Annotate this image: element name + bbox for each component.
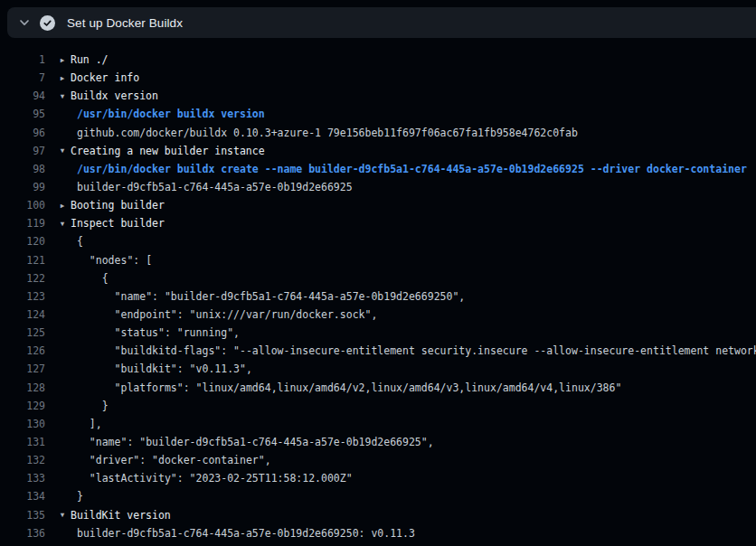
command-text: /usr/bin/docker buildx version xyxy=(77,108,265,120)
line-number[interactable]: 127 xyxy=(0,362,45,375)
line-number[interactable]: 121 xyxy=(0,254,45,267)
log-line: 133 "lastActivity": "2023-02-25T11:58:12… xyxy=(0,469,756,487)
log-line: 134} xyxy=(0,487,756,505)
line-number[interactable]: 136 xyxy=(0,527,45,540)
log-line: 132 "driver": "docker-container", xyxy=(0,451,756,469)
log-line: 125 "status": "running", xyxy=(0,324,756,342)
line-number[interactable]: 97 xyxy=(0,145,45,157)
output-text: "status": "running", xyxy=(77,326,240,339)
log-line: 123 "name": "builder-d9cfb5a1-c764-445a-… xyxy=(0,287,756,306)
group-title: Inspect builder xyxy=(71,217,165,230)
output-text: "name": "builder-d9cfb5a1-c764-445a-a57e… xyxy=(77,436,434,448)
log-group-row[interactable]: 119▼Inspect builder xyxy=(0,214,756,232)
line-number[interactable]: 134 xyxy=(0,490,45,503)
line-number[interactable]: 126 xyxy=(0,344,45,357)
line-number[interactable]: 132 xyxy=(0,454,45,466)
check-circle-icon xyxy=(40,15,55,31)
log-line: 96github.com/docker/buildx 0.10.3+azure-… xyxy=(0,124,756,142)
line-number[interactable]: 119 xyxy=(0,217,45,230)
step-header[interactable]: Set up Docker Buildx xyxy=(7,7,756,38)
log-group-row[interactable]: 97▼Creating a new builder instance xyxy=(0,142,756,160)
line-number[interactable]: 96 xyxy=(0,127,45,139)
log-line: 136builder-d9cfb5a1-c764-445a-a57e-0b19d… xyxy=(0,524,756,542)
line-number[interactable]: 99 xyxy=(0,181,45,193)
output-text: "endpoint": "unix:///var/run/docker.sock… xyxy=(77,308,377,321)
output-text: { xyxy=(77,235,83,248)
output-text: builder-d9cfb5a1-c764-445a-a57e-0b19d2e6… xyxy=(77,181,353,193)
output-text: "name": "builder-d9cfb5a1-c764-445a-a57e… xyxy=(77,290,465,303)
log-group-row[interactable]: 100▶Booting builder xyxy=(0,196,756,214)
line-number[interactable]: 95 xyxy=(0,108,45,120)
group-title: BuildKit version xyxy=(71,509,171,522)
line-number[interactable]: 125 xyxy=(0,326,45,339)
group-title: Booting builder xyxy=(71,199,165,212)
triangle-right-icon[interactable]: ▶ xyxy=(56,56,69,64)
command-text: /usr/bin/docker buildx create --name bui… xyxy=(77,163,747,175)
group-title: Creating a new builder instance xyxy=(71,145,265,157)
log-line: 121 "nodes": [ xyxy=(0,251,756,269)
output-text: } xyxy=(77,400,109,412)
output-text: "nodes": [ xyxy=(77,254,152,267)
output-text: "lastActivity": "2023-02-25T11:58:12.000… xyxy=(77,472,353,485)
output-text: github.com/docker/buildx 0.10.3+azure-1 … xyxy=(77,127,578,139)
log-line: 120{ xyxy=(0,232,756,250)
group-title: Docker info xyxy=(71,71,139,84)
output-text: ], xyxy=(77,418,102,430)
line-number[interactable]: 100 xyxy=(0,199,45,212)
group-title: Run ./ xyxy=(71,53,109,66)
log-line: 124 "endpoint": "unix:///var/run/docker.… xyxy=(0,306,756,324)
output-text: } xyxy=(77,490,83,503)
line-number[interactable]: 98 xyxy=(0,163,45,175)
line-number[interactable]: 131 xyxy=(0,436,45,448)
line-number[interactable]: 129 xyxy=(0,400,45,412)
output-text: "driver": "docker-container", xyxy=(77,454,271,466)
log-group-row[interactable]: 135▼BuildKit version xyxy=(0,506,756,524)
output-text: { xyxy=(77,272,109,285)
log-line: 126 "buildkitd-flags": "--allow-insecure… xyxy=(0,342,756,360)
line-number[interactable]: 123 xyxy=(0,290,45,303)
step-title: Set up Docker Buildx xyxy=(67,16,183,30)
triangle-down-icon[interactable]: ▼ xyxy=(56,220,69,228)
log-lines: 1▶Run ./7▶Docker info94▼Buildx version95… xyxy=(0,51,756,542)
line-number[interactable]: 1 xyxy=(0,53,45,66)
log-line: 127 "buildkit": "v0.11.3", xyxy=(0,360,756,378)
group-title: Buildx version xyxy=(71,89,158,102)
output-text: builder-d9cfb5a1-c764-445a-a57e-0b19d2e6… xyxy=(77,527,415,540)
log-group-row[interactable]: 94▼Buildx version xyxy=(0,87,756,105)
log-line: 128 "platforms": "linux/amd64,linux/amd6… xyxy=(0,379,756,397)
line-number[interactable]: 120 xyxy=(0,235,45,248)
line-number[interactable]: 124 xyxy=(0,308,45,321)
line-number[interactable]: 128 xyxy=(0,381,45,394)
log-line: 99builder-d9cfb5a1-c764-445a-a57e-0b19d2… xyxy=(0,178,756,196)
line-number[interactable]: 130 xyxy=(0,418,45,430)
triangle-right-icon[interactable]: ▶ xyxy=(56,202,69,210)
log-line: 131 "name": "builder-d9cfb5a1-c764-445a-… xyxy=(0,433,756,451)
output-text: "buildkit": "v0.11.3", xyxy=(77,362,252,375)
triangle-down-icon[interactable]: ▼ xyxy=(56,146,69,155)
log-line: 98/usr/bin/docker buildx create --name b… xyxy=(0,160,756,178)
chevron-down-icon[interactable] xyxy=(15,14,33,32)
log-line: 95/usr/bin/docker buildx version xyxy=(0,105,756,123)
log-line: 129 } xyxy=(0,397,756,415)
output-text: "platforms": "linux/amd64,linux/amd64/v2… xyxy=(77,381,621,394)
line-number[interactable]: 94 xyxy=(0,89,45,102)
log-group-row[interactable]: 7▶Docker info xyxy=(0,69,756,87)
triangle-down-icon[interactable]: ▼ xyxy=(56,92,69,100)
line-number[interactable]: 133 xyxy=(0,472,45,485)
triangle-right-icon[interactable]: ▶ xyxy=(56,74,69,82)
triangle-down-icon[interactable]: ▼ xyxy=(56,511,69,519)
line-number[interactable]: 135 xyxy=(0,509,45,522)
log-line: 122 { xyxy=(0,269,756,287)
log-group-row[interactable]: 1▶Run ./ xyxy=(0,51,756,69)
log-line: 130 ], xyxy=(0,415,756,433)
line-number[interactable]: 7 xyxy=(0,71,45,84)
output-text: "buildkitd-flags": "--allow-insecure-ent… xyxy=(77,344,756,357)
line-number[interactable]: 122 xyxy=(0,272,45,285)
